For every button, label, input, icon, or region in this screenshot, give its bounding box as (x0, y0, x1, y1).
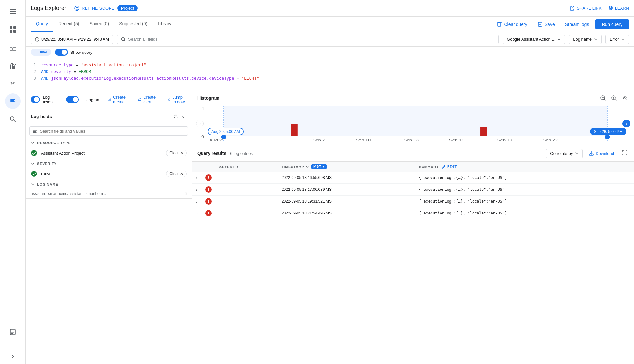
scissors-icon[interactable]: ✂ (5, 76, 21, 91)
chart-icon[interactable] (5, 58, 21, 73)
correlate-by-button[interactable]: Correlate by (546, 149, 583, 158)
resource-type-header[interactable]: RESOURCE TYPE (26, 138, 192, 147)
share-link-button[interactable]: SHARE LINK (570, 6, 601, 11)
log-fields-toggle-label: Log fields (43, 95, 56, 104)
logs-icon[interactable] (5, 93, 21, 109)
filter-chip[interactable]: +1 filter (31, 49, 51, 56)
table-row[interactable]: › ! 2022-09-05 18:16:55.698 MST {"execut… (192, 172, 634, 184)
collapse-icon[interactable] (173, 113, 179, 120)
row-expand-icon[interactable]: › (196, 199, 198, 204)
severity-section: SEVERITY Error Clear ✕ (26, 159, 192, 180)
show-query-toggle[interactable]: Show query (55, 49, 93, 56)
tab-suggested[interactable]: Suggested (0) (114, 17, 152, 32)
menu-icon[interactable] (5, 4, 21, 19)
check-circle-error-icon (31, 171, 37, 177)
svg-text:Sep 7: Sep 7 (312, 138, 325, 141)
histogram-title: Histogram (197, 95, 219, 101)
grid-icon[interactable] (5, 22, 21, 37)
histogram-start-date: Aug 29, 5:00 AM (208, 128, 244, 135)
search-fields-input[interactable] (29, 126, 188, 136)
tab-recent[interactable]: Recent (5) (53, 17, 84, 32)
expand-code-icon[interactable] (180, 113, 187, 120)
date-range-picker[interactable]: 8/29/22, 8:48 AM – 9/29/22, 9:48 AM (31, 35, 113, 44)
project-badge[interactable]: Project (117, 5, 138, 11)
query-editor[interactable]: 1 resource.type = "assistant_action_proj… (26, 58, 634, 90)
tab-library[interactable]: Library (152, 17, 177, 32)
svg-line-18 (14, 120, 16, 122)
results-title: Query results (197, 151, 226, 156)
row-timestamp: 2022-09-05 18:21:54.495 MST (278, 207, 415, 219)
expand-hist-icon[interactable] (621, 94, 629, 103)
zoom-out-icon[interactable] (599, 94, 607, 103)
svg-rect-15 (10, 101, 15, 102)
severity-header[interactable]: SEVERITY (26, 159, 192, 168)
table-row[interactable]: › ! 2022-09-05 18:21:54.495 MST {"execut… (192, 207, 634, 219)
histogram-next-button[interactable]: › (622, 120, 630, 127)
resource-type-selector[interactable]: Google Assistant Action ... (503, 35, 565, 44)
svg-rect-9 (13, 48, 16, 51)
svg-rect-52 (224, 106, 607, 136)
svg-point-23 (75, 6, 79, 11)
log-fields-toggle[interactable]: Log fields (31, 95, 56, 104)
row-summary: {"executionLog":{…}, "locale":"en-US"} (415, 172, 634, 184)
learn-button[interactable]: LEARN (608, 6, 629, 11)
panel-actions: Create metric Create alert Jump to now M… (106, 93, 192, 107)
assistant-action-project-row: Assistant Action Project Clear ✕ (26, 147, 192, 159)
results-table: SEVERITY TIMESTAMP MST ▾ (192, 162, 634, 364)
run-query-button[interactable]: Run query (595, 19, 629, 29)
fullscreen-button[interactable] (621, 149, 629, 158)
svg-rect-0 (10, 9, 16, 10)
create-alert-button[interactable]: Create alert (136, 93, 160, 106)
histogram-end-date: Sep 29, 5:00 PM (590, 128, 626, 135)
row-expand-icon[interactable]: › (196, 175, 198, 180)
log-fields-toggle-switch[interactable] (31, 96, 40, 103)
svg-rect-14 (10, 100, 14, 101)
severity-selector[interactable]: Error (605, 35, 629, 44)
row-expand-icon[interactable]: › (196, 187, 198, 192)
col-timestamp[interactable]: TIMESTAMP MST ▾ (278, 162, 415, 172)
expand-sidebar-icon[interactable] (5, 349, 21, 364)
notes-icon[interactable] (5, 324, 21, 340)
jump-to-now-button[interactable]: Jump to now (165, 93, 188, 106)
dashboard-icon[interactable] (5, 40, 21, 55)
col-summary: SUMMARY EDIT (415, 162, 634, 172)
search-fields-field[interactable] (40, 129, 185, 133)
histogram-toggle-switch[interactable] (66, 96, 79, 103)
row-timestamp: 2022-09-05 18:19:31.521 MST (278, 196, 415, 207)
histogram-prev-button[interactable]: ‹ (196, 120, 204, 127)
edit-columns-button[interactable]: EDIT (441, 165, 457, 169)
search-all-fields-input[interactable]: Search all fields (117, 35, 499, 44)
tab-query[interactable]: Query (31, 17, 53, 32)
log-fields-title: Log fields (26, 109, 192, 124)
search-big-icon[interactable] (5, 111, 21, 127)
tab-saved[interactable]: Saved (0) (84, 17, 114, 32)
row-severity (216, 207, 278, 219)
row-expand-icon[interactable]: › (196, 211, 198, 216)
refine-scope-button[interactable]: REFINE SCOPE (74, 5, 115, 11)
zoom-in-icon[interactable] (610, 94, 618, 103)
histogram-toggle[interactable]: Histogram (66, 96, 100, 103)
table-row[interactable]: › ! 2022-09-05 18:17:00.089 MST {"execut… (192, 184, 634, 196)
log-name-header[interactable]: LOG NAME (26, 180, 192, 189)
svg-rect-10 (10, 65, 11, 69)
create-metric-button[interactable]: Create metric (106, 93, 130, 106)
log-name-section: LOG NAME assistant_smarthome/assistant_s… (26, 180, 192, 199)
log-name-selector[interactable]: Log name (569, 35, 602, 44)
toggle-switch[interactable] (55, 49, 68, 56)
table-row[interactable]: › ! 2022-09-05 18:19:31.521 MST {"execut… (192, 196, 634, 207)
clear-query-button[interactable]: Clear query (493, 20, 531, 29)
histogram-chart: ‹ 4 0 (197, 106, 629, 141)
download-button[interactable]: Download (587, 150, 617, 157)
clear-resource-button[interactable]: Clear ✕ (166, 150, 187, 156)
query-line-2: 2 AND severity = ERROR (31, 69, 629, 75)
svg-rect-54 (480, 127, 487, 136)
results-actions: Correlate by Download (546, 149, 629, 158)
col-severity: SEVERITY (216, 162, 278, 172)
save-button[interactable]: Save (534, 20, 559, 29)
row-severity (216, 184, 278, 196)
header-right: SHARE LINK LEARN (570, 6, 629, 11)
app-title: Logs Explorer (31, 5, 66, 12)
stream-logs-button[interactable]: Stream logs (561, 20, 593, 29)
log-fields-panel: Log fields Histogram Create metric C (26, 90, 192, 364)
clear-severity-button[interactable]: Clear ✕ (166, 171, 187, 177)
